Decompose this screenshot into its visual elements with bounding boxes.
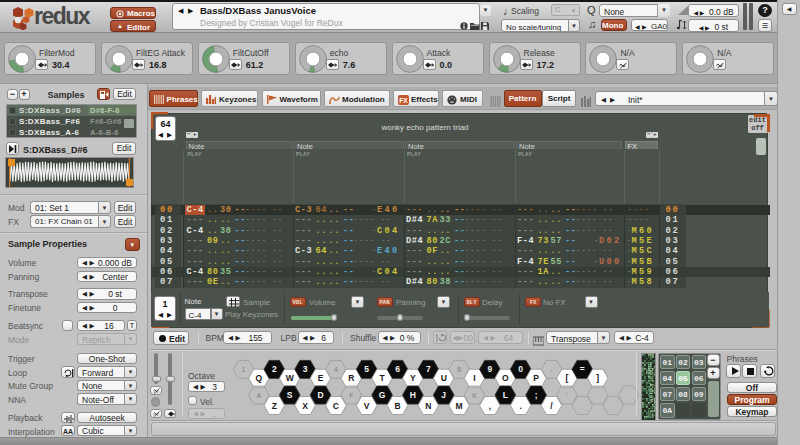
svg-text:7: 7 xyxy=(426,364,431,374)
svg-text:A: A xyxy=(257,392,262,399)
svg-text:J: J xyxy=(441,390,446,400)
svg-text:H: H xyxy=(410,390,416,400)
svg-text:U: U xyxy=(441,373,447,383)
svg-text:G: G xyxy=(379,390,386,400)
svg-text:L: L xyxy=(503,390,508,400)
svg-text:6: 6 xyxy=(395,364,400,374)
svg-text:,: , xyxy=(489,401,491,411)
svg-text:FX: FX xyxy=(399,96,408,103)
svg-text:Z: Z xyxy=(272,401,277,411)
svg-text:=: = xyxy=(580,364,585,374)
svg-text:3: 3 xyxy=(303,364,308,374)
svg-text:B: B xyxy=(394,401,400,411)
svg-text:2: 2 xyxy=(272,364,277,374)
svg-text:': ' xyxy=(566,392,567,399)
svg-text:05: wonky ech: 05: wonky ech xyxy=(648,367,655,418)
svg-text:4: 4 xyxy=(334,366,338,373)
svg-text:P: P xyxy=(533,373,539,383)
svg-text:.: . xyxy=(520,401,522,411)
svg-text:-: - xyxy=(550,366,553,373)
svg-text:D: D xyxy=(317,390,323,400)
svg-text:8: 8 xyxy=(457,366,461,373)
svg-text:0: 0 xyxy=(518,364,523,374)
svg-text:R: R xyxy=(348,373,354,383)
svg-text:E: E xyxy=(318,373,324,383)
svg-text:5: 5 xyxy=(364,364,369,374)
svg-text:]: ] xyxy=(596,373,599,383)
svg-text:Q: Q xyxy=(256,373,263,383)
svg-text:O: O xyxy=(502,373,509,383)
svg-text:1: 1 xyxy=(242,366,246,373)
svg-text:Y: Y xyxy=(410,373,416,383)
svg-text:I: I xyxy=(473,373,475,383)
svg-text:S: S xyxy=(287,390,293,400)
svg-text:W: W xyxy=(286,373,295,383)
svg-text:N: N xyxy=(425,401,431,411)
svg-text:[: [ xyxy=(565,373,568,383)
svg-text:F: F xyxy=(349,392,353,399)
svg-text:;: ; xyxy=(535,390,538,400)
svg-text:9: 9 xyxy=(488,364,493,374)
svg-text:V: V xyxy=(364,401,370,411)
svg-text:X: X xyxy=(302,401,308,411)
svg-text:C: C xyxy=(333,401,339,411)
svg-text:T: T xyxy=(379,373,385,383)
svg-text:K: K xyxy=(472,392,477,399)
svg-text:M: M xyxy=(456,401,463,411)
